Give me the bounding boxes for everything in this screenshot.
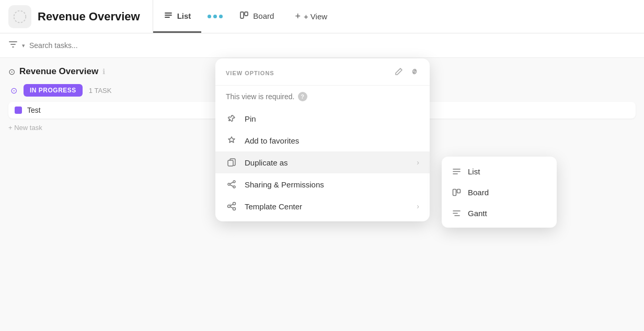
- sub-item-gantt[interactable]: Gantt: [442, 203, 557, 223]
- pin-icon: [226, 113, 237, 124]
- menu-item-favorites-label: Add to favorites: [245, 136, 299, 145]
- task-name: Test: [27, 106, 41, 114]
- tab-list-label: List: [177, 11, 191, 20]
- svg-point-0: [14, 10, 26, 22]
- menu-item-template[interactable]: Template Center ›: [215, 195, 430, 217]
- app-icon: [8, 5, 31, 28]
- menu-item-duplicate[interactable]: Duplicate as ›: [215, 151, 430, 173]
- add-view-button[interactable]: + + View: [284, 0, 338, 33]
- menu-item-template-label: Template Center: [245, 202, 302, 211]
- status-chevron[interactable]: ⊙: [10, 86, 17, 96]
- duplicate-chevron: ›: [417, 158, 419, 167]
- toolbar-row: ▾: [0, 33, 644, 58]
- section-title: Revenue Overview: [19, 66, 98, 77]
- search-input[interactable]: [29, 41, 134, 50]
- link-icon[interactable]: [410, 67, 419, 79]
- sub-item-list[interactable]: List: [442, 161, 557, 182]
- dropdown-header-icons: [394, 67, 419, 79]
- svg-line-16: [231, 207, 233, 208]
- svg-rect-5: [245, 12, 248, 16]
- view-options-dropdown: VIEW OPTIONS This view is required. ?: [215, 58, 430, 221]
- duplicate-icon: [226, 157, 237, 168]
- tab-board-label: Board: [253, 11, 274, 20]
- status-badge: IN PROGRESS: [24, 84, 83, 97]
- sub-gantt-icon: [451, 208, 462, 218]
- svg-point-14: [233, 208, 236, 210]
- view-tabs: List Board + + View: [153, 0, 338, 33]
- svg-rect-21: [457, 189, 460, 193]
- svg-rect-4: [240, 12, 244, 18]
- sub-item-board[interactable]: Board: [442, 182, 557, 203]
- board-icon: [239, 10, 249, 21]
- menu-item-pin-label: Pin: [245, 114, 256, 123]
- template-icon: [226, 200, 237, 212]
- dropdown-subtext: This view is required. ?: [215, 86, 430, 108]
- menu-item-pin[interactable]: Pin: [215, 108, 430, 129]
- dot-1: [208, 15, 211, 18]
- menu-item-sharing[interactable]: Sharing & Permissions: [215, 173, 430, 195]
- page-title: Revenue Overview: [38, 10, 140, 23]
- menu-item-duplicate-label: Duplicate as: [245, 158, 288, 167]
- filter-dropdown-arrow[interactable]: ▾: [22, 42, 25, 49]
- subtext-label: This view is required.: [226, 92, 295, 101]
- svg-point-9: [233, 186, 235, 188]
- menu-item-favorites[interactable]: Add to favorites: [215, 129, 430, 151]
- svg-rect-6: [228, 160, 233, 166]
- svg-rect-20: [453, 189, 456, 195]
- menu-item-sharing-label: Sharing & Permissions: [245, 180, 324, 189]
- dot-2: [213, 15, 217, 18]
- section-chevron[interactable]: ⊙: [8, 67, 15, 77]
- list-icon: [164, 10, 173, 21]
- sub-item-list-label: List: [468, 167, 480, 176]
- dropdown-header: VIEW OPTIONS: [215, 67, 430, 86]
- svg-point-12: [228, 205, 231, 208]
- svg-line-10: [230, 182, 233, 184]
- dropdown-title: VIEW OPTIONS: [226, 70, 274, 76]
- svg-point-13: [233, 203, 236, 205]
- more-tabs-button[interactable]: [201, 0, 229, 33]
- tab-list[interactable]: List: [153, 0, 202, 33]
- task-count: 1 TASK: [89, 87, 112, 94]
- svg-point-8: [228, 183, 230, 185]
- tab-board[interactable]: Board: [229, 0, 284, 33]
- star-icon: [226, 135, 237, 146]
- sub-list-icon: [451, 166, 462, 176]
- template-chevron: ›: [417, 202, 419, 210]
- sub-item-gantt-label: Gantt: [468, 209, 487, 218]
- task-color-dot: [15, 107, 22, 114]
- plus-icon: +: [295, 11, 301, 22]
- help-icon[interactable]: ?: [298, 92, 307, 101]
- edit-icon[interactable]: [394, 67, 404, 79]
- sub-item-board-label: Board: [468, 188, 489, 197]
- section-info-icon: ℹ: [102, 67, 105, 76]
- dot-3: [219, 15, 223, 18]
- sub-dropdown: List Board Gantt: [442, 157, 557, 228]
- top-bar: Revenue Overview List: [0, 0, 644, 33]
- add-view-label: + View: [304, 12, 327, 21]
- filter-icon[interactable]: [8, 40, 18, 51]
- share-icon: [226, 179, 237, 190]
- svg-line-11: [230, 185, 233, 186]
- svg-point-7: [233, 181, 235, 183]
- sub-board-icon: [451, 187, 462, 197]
